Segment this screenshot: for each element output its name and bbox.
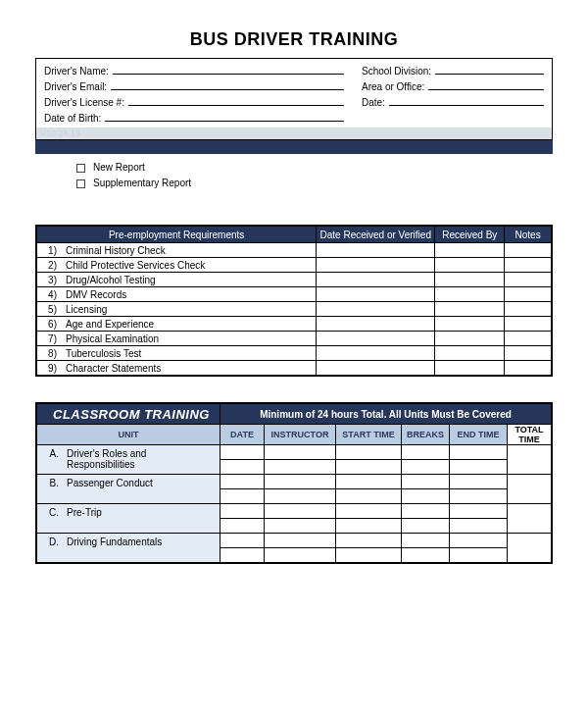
cell-end-time[interactable] <box>450 475 508 489</box>
cell-end-time[interactable] <box>450 548 508 563</box>
cell-date[interactable] <box>220 548 265 563</box>
cell-date-received[interactable] <box>317 287 435 302</box>
cell-end-time[interactable] <box>450 489 508 504</box>
input-line[interactable] <box>435 63 544 75</box>
input-line[interactable] <box>111 78 344 90</box>
cell-date-received[interactable] <box>317 302 435 317</box>
table-header-row: Pre-employment Requirements Date Receive… <box>37 227 552 243</box>
cell-start-time[interactable] <box>336 475 402 489</box>
cell-instructor[interactable] <box>265 534 336 548</box>
cell-date-received[interactable] <box>317 258 435 273</box>
cell-instructor[interactable] <box>265 548 336 563</box>
cell-received-by[interactable] <box>435 302 505 317</box>
cell-breaks[interactable] <box>402 548 450 563</box>
cell-date[interactable] <box>220 475 265 489</box>
cell-total-time[interactable] <box>508 445 552 475</box>
th-start-time: START TIME <box>336 425 402 445</box>
cell-start-time[interactable] <box>336 489 402 504</box>
input-line[interactable] <box>105 110 344 122</box>
cell-notes[interactable] <box>505 302 552 317</box>
cell-total-time[interactable] <box>508 534 552 563</box>
cell-breaks[interactable] <box>402 460 450 475</box>
cell-instructor[interactable] <box>265 460 336 475</box>
cell-start-time[interactable] <box>336 548 402 563</box>
cell-instructor[interactable] <box>265 519 336 534</box>
cell-breaks[interactable] <box>402 489 450 504</box>
label-date-of-birth: Date of Birth: <box>44 111 101 126</box>
row-number: 5) <box>37 302 61 317</box>
label-date: Date: <box>362 95 385 110</box>
cell-start-time[interactable] <box>336 534 402 548</box>
cell-instructor[interactable] <box>265 504 336 519</box>
cell-breaks[interactable] <box>402 504 450 519</box>
checkbox-icon[interactable] <box>76 164 85 173</box>
field-area-office[interactable]: Area or Office: <box>362 78 544 94</box>
field-school-division[interactable]: School Division: <box>362 63 544 78</box>
field-drivers-license[interactable]: Driver's License #: <box>44 94 344 110</box>
cell-breaks[interactable] <box>402 534 450 548</box>
cell-instructor[interactable] <box>265 445 336 460</box>
field-date-of-birth[interactable]: Date of Birth: <box>44 110 344 126</box>
cell-date-received[interactable] <box>317 243 435 258</box>
cell-date[interactable] <box>220 489 265 504</box>
row-number: 3) <box>37 273 61 287</box>
cell-date[interactable] <box>220 460 265 475</box>
cell-end-time[interactable] <box>450 534 508 548</box>
cell-received-by[interactable] <box>435 317 505 332</box>
field-drivers-name[interactable]: Driver's Name: <box>44 63 344 78</box>
th-received-by: Received By <box>435 227 505 243</box>
cell-notes[interactable] <box>505 332 552 346</box>
th-notes: Notes <box>505 227 552 243</box>
cell-total-time[interactable] <box>508 504 552 534</box>
cell-date-received[interactable] <box>317 273 435 287</box>
cell-date[interactable] <box>220 445 265 460</box>
cell-notes[interactable] <box>505 346 552 361</box>
input-line[interactable] <box>128 94 344 106</box>
cell-date-received[interactable] <box>317 361 435 376</box>
cell-date[interactable] <box>220 504 265 519</box>
field-date[interactable]: Date: <box>362 94 544 110</box>
cell-notes[interactable] <box>505 361 552 376</box>
cell-instructor[interactable] <box>265 475 336 489</box>
cell-received-by[interactable] <box>435 346 505 361</box>
cell-end-time[interactable] <box>450 445 508 460</box>
cell-start-time[interactable] <box>336 504 402 519</box>
cell-start-time[interactable] <box>336 519 402 534</box>
cell-received-by[interactable] <box>435 243 505 258</box>
input-line[interactable] <box>113 63 344 75</box>
cell-end-time[interactable] <box>450 504 508 519</box>
cell-end-time[interactable] <box>450 460 508 475</box>
cell-date-received[interactable] <box>317 317 435 332</box>
cell-received-by[interactable] <box>435 332 505 346</box>
unit-name: Pre-Trip <box>63 504 220 534</box>
unit-letter: B. <box>37 475 64 504</box>
cell-notes[interactable] <box>505 273 552 287</box>
input-line[interactable] <box>428 78 544 90</box>
cell-date-received[interactable] <box>317 346 435 361</box>
cell-instructor[interactable] <box>265 489 336 504</box>
cell-date-received[interactable] <box>317 332 435 346</box>
cell-breaks[interactable] <box>402 475 450 489</box>
checkbox-new-report[interactable]: New Report <box>76 160 553 176</box>
cell-start-time[interactable] <box>336 460 402 475</box>
cell-received-by[interactable] <box>435 287 505 302</box>
unit-name: Driver's Roles and Responsibilities <box>63 445 220 475</box>
cell-end-time[interactable] <box>450 519 508 534</box>
cell-received-by[interactable] <box>435 273 505 287</box>
cell-notes[interactable] <box>505 243 552 258</box>
cell-breaks[interactable] <box>402 445 450 460</box>
cell-date[interactable] <box>220 534 265 548</box>
cell-notes[interactable] <box>505 317 552 332</box>
cell-start-time[interactable] <box>336 445 402 460</box>
input-line[interactable] <box>389 94 544 106</box>
cell-breaks[interactable] <box>402 519 450 534</box>
cell-date[interactable] <box>220 519 265 534</box>
cell-total-time[interactable] <box>508 475 552 504</box>
cell-notes[interactable] <box>505 258 552 273</box>
checkbox-icon[interactable] <box>76 179 85 188</box>
cell-received-by[interactable] <box>435 258 505 273</box>
field-drivers-email[interactable]: Driver's Email: <box>44 78 344 94</box>
checkbox-supplementary-report[interactable]: Supplementary Report <box>76 176 553 191</box>
cell-notes[interactable] <box>505 287 552 302</box>
cell-received-by[interactable] <box>435 361 505 376</box>
